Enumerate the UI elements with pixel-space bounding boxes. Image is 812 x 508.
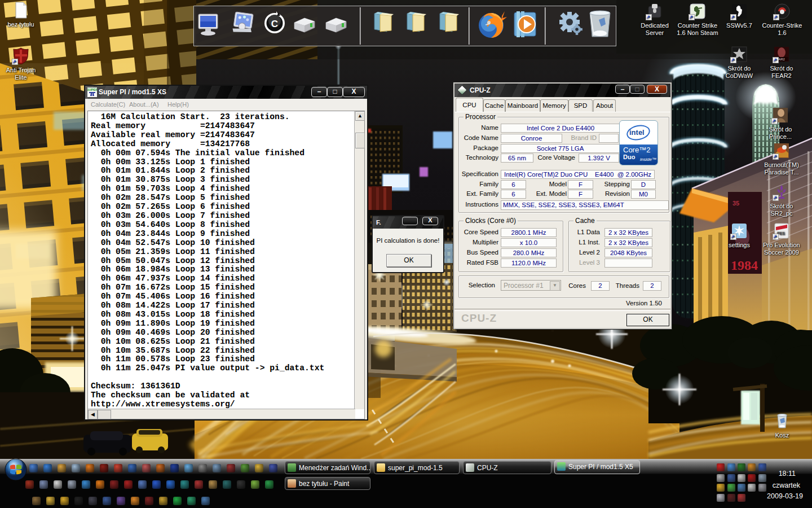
svg-text:1984: 1984 [731,258,758,273]
svg-text:AR2: AR2 [778,58,785,61]
svg-text:C: C [271,19,278,29]
svg-text:35: 35 [732,200,739,207]
svg-text:SUPER: SUPER [87,88,97,91]
